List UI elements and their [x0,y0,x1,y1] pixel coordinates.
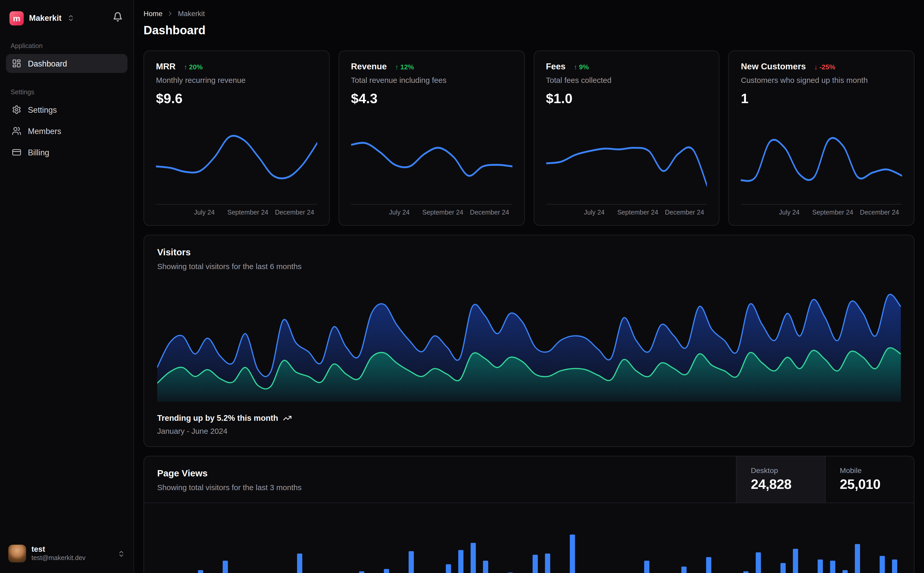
sidebar: m Makerkit Application Dashboard Setting… [0,0,134,573]
sidebar-item-label: Settings [28,105,56,114]
breadcrumb-current: Makerkit [178,9,205,18]
stat-card-revenue: Revenue ↑12% Total revenue including fee… [339,50,524,226]
gear-icon [12,105,22,114]
x-label: September 24 [422,208,463,216]
sparkline-chart [156,114,317,205]
workspace-header: m Makerkit [6,7,128,29]
trend-value: -25% [819,63,835,70]
stat-card-new-customers: New Customers ↓-25% Customers who signed… [728,50,915,226]
trend-up-arrow: ↑ [574,63,577,70]
visitors-date-range: January - June 2024 [157,427,901,435]
user-email: test@makerkit.dev [31,554,112,562]
mobile-value: 25,010 [840,476,900,493]
stat-card-fees: Fees ↑9% Total fees collected $1.0 July … [533,50,720,226]
section-label-application: Application [11,42,123,49]
sidebar-item-members[interactable]: Members [6,122,128,141]
visitors-trend-line: Trending up by 5.2% this month [157,414,901,423]
x-label: July 24 [584,208,605,216]
page-views-bar-chart [144,503,914,573]
sparkline-chart [546,114,707,205]
trend-down-arrow: ↓ [814,63,817,70]
x-label: September 24 [227,208,268,216]
sidebar-item-label: Members [28,127,61,135]
visitors-subtitle: Showing total visitors for the last 6 mo… [157,262,901,271]
x-label: December 24 [275,208,314,216]
chevrons-up-down-icon [118,550,125,557]
page-views-subtitle: Showing total visitors for the last 3 mo… [157,483,723,492]
trend-badge: ↑12% [395,63,414,70]
credit-card-icon [12,147,22,157]
user-name: test [31,545,112,554]
stat-title: New Customers [741,61,806,71]
visitors-area-chart [157,286,901,402]
workspace-logo: m [9,11,24,25]
sidebar-nav-application: Dashboard [6,54,128,75]
trend-up-arrow: ↑ [184,63,187,70]
trend-value: 20% [189,63,203,70]
x-label: December 24 [860,208,899,216]
visitors-title: Visitors [157,247,901,258]
stat-subtitle: Customers who signed up this month [741,76,902,85]
page-title: Dashboard [143,23,915,37]
x-axis-labels: July 24 September 24 December 24 [156,208,317,218]
section-label-settings: Settings [11,88,123,96]
users-icon [12,126,22,136]
page-views-title: Page Views [157,468,723,479]
page-views-card: Page Views Showing total visitors for th… [143,456,915,573]
sidebar-item-dashboard[interactable]: Dashboard [6,54,128,73]
workspace-selector[interactable]: m Makerkit [7,9,105,28]
stat-card-mrr: MRR ↑20% Monthly recurring revenue $9.6 … [143,50,329,226]
desktop-label: Desktop [751,467,811,475]
main-content: Home Makerkit Dashboard MRR ↑20% Monthly… [134,0,924,573]
visitors-trend-text: Trending up by 5.2% this month [157,414,278,423]
mobile-label: Mobile [840,467,900,475]
stat-value: $4.3 [351,91,512,107]
breadcrumb-home[interactable]: Home [143,9,162,18]
sidebar-item-billing[interactable]: Billing [6,143,128,162]
stat-value: $1.0 [546,91,707,107]
trend-badge: ↓-25% [814,63,835,70]
trend-badge: ↑20% [184,63,203,70]
dashboard-app: m Makerkit Application Dashboard Setting… [0,0,924,573]
x-label: December 24 [665,208,704,216]
x-label: July 24 [389,208,409,216]
breadcrumb: Home Makerkit [143,9,915,18]
user-menu[interactable]: test test@makerkit.dev [6,541,128,566]
bell-icon [113,12,123,22]
sparkline-chart [351,114,512,205]
sidebar-item-label: Billing [28,148,49,157]
dashboard-icon [12,59,22,68]
trend-badge: ↑9% [574,63,589,70]
page-views-toggles: Desktop 24,828 Mobile 25,010 [736,456,914,503]
sidebar-item-label: Dashboard [28,59,67,68]
chevron-right-icon [166,10,174,17]
stat-subtitle: Monthly recurring revenue [156,76,317,85]
stat-title: Fees [546,61,565,71]
visitors-card: Visitors Showing total visitors for the … [143,235,915,447]
stat-title: Revenue [351,61,387,71]
mobile-toggle[interactable]: Mobile 25,010 [825,456,914,503]
user-meta: test test@makerkit.dev [31,545,112,562]
x-label: September 24 [812,208,853,216]
x-axis-labels: July 24 September 24 December 24 [741,208,902,218]
desktop-value: 24,828 [751,476,811,493]
trending-up-icon [283,414,292,423]
sidebar-nav-settings: Settings Members Billing [6,100,128,164]
chevrons-up-down-icon [67,14,75,22]
page-views-header: Page Views Showing total visitors for th… [144,456,914,503]
sparkline-chart [741,114,902,205]
desktop-toggle[interactable]: Desktop 24,828 [736,456,825,503]
x-axis-labels: July 24 September 24 December 24 [546,208,707,218]
sidebar-item-settings[interactable]: Settings [6,100,128,119]
trend-value: 12% [400,63,414,70]
x-label: July 24 [194,208,215,216]
x-label: July 24 [779,208,800,216]
trend-value: 9% [579,63,589,70]
user-avatar [8,545,26,562]
stat-cards-row: MRR ↑20% Monthly recurring revenue $9.6 … [143,50,915,226]
x-axis-labels: July 24 September 24 December 24 [351,208,512,218]
stat-subtitle: Total fees collected [546,76,707,85]
notifications-button[interactable] [109,8,126,28]
workspace-name: Makerkit [29,14,61,22]
stat-value: 1 [741,91,902,107]
